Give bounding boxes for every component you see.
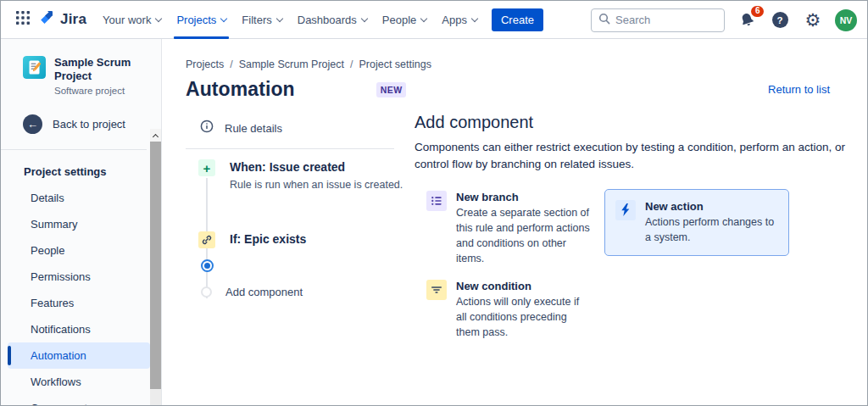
nav-your-work[interactable]: Your work bbox=[95, 1, 169, 39]
project-settings-menu: Project settings Details Summary People … bbox=[1, 150, 161, 406]
sidebar-item-notifications[interactable]: Notifications bbox=[8, 316, 150, 342]
notification-count-badge: 6 bbox=[751, 6, 764, 17]
rule-timeline: + When: Issue created Rule is run when a… bbox=[186, 159, 415, 298]
option-description: Actions perform changes to a system. bbox=[645, 214, 778, 245]
project-sidebar: Sample Scrum Project Software project ← … bbox=[1, 39, 162, 405]
add-component-label[interactable]: Add component bbox=[225, 286, 303, 298]
main-content: Projects / Sample Scrum Project / Projec… bbox=[162, 39, 867, 405]
breadcrumb: Projects / Sample Scrum Project / Projec… bbox=[186, 58, 854, 70]
chevron-down-icon bbox=[220, 14, 227, 21]
sidebar-item-permissions[interactable]: Permissions bbox=[8, 264, 150, 290]
topnav-right-cluster: 6 ? ⚙ NV bbox=[591, 1, 857, 39]
title-row: Automation NEW Return to list bbox=[186, 78, 854, 101]
arrow-left-icon: ← bbox=[23, 114, 42, 134]
jira-logo[interactable]: Jira bbox=[38, 9, 86, 30]
project-header-text: Sample Scrum Project Software project bbox=[54, 56, 153, 96]
info-icon bbox=[200, 120, 214, 136]
add-component-step[interactable]: Add component bbox=[186, 286, 415, 298]
breadcrumb-separator: / bbox=[350, 58, 353, 70]
trigger-step[interactable]: + When: Issue created Rule is run when a… bbox=[186, 159, 415, 192]
breadcrumb-projects[interactable]: Projects bbox=[186, 58, 224, 70]
option-title[interactable]: New action bbox=[645, 200, 778, 213]
back-to-project-button[interactable]: ← Back to project bbox=[1, 114, 161, 134]
chevron-down-icon bbox=[155, 14, 162, 21]
return-to-list-link[interactable]: Return to list bbox=[768, 83, 830, 96]
sidebar-item-summary[interactable]: Summary bbox=[8, 211, 150, 237]
global-search[interactable] bbox=[591, 8, 725, 32]
sidebar-item-details[interactable]: Details bbox=[8, 185, 150, 211]
project-header: Sample Scrum Project Software project bbox=[1, 39, 161, 96]
help-icon: ? bbox=[772, 12, 788, 28]
rule-details-button[interactable]: Rule details bbox=[186, 111, 415, 136]
filter-icon bbox=[426, 280, 447, 300]
option-new-action[interactable]: New action Actions perform changes to a … bbox=[604, 189, 789, 256]
nav-filters[interactable]: Filters bbox=[234, 1, 289, 39]
sidebar-item-automation[interactable]: Automation bbox=[8, 342, 150, 369]
nav-dashboards[interactable]: Dashboards bbox=[290, 1, 375, 39]
create-button[interactable]: Create bbox=[492, 8, 543, 31]
option-description: Create a separate section of this rule a… bbox=[456, 205, 593, 267]
jira-window: Jira Your work Projects Filters Dashboar… bbox=[0, 0, 868, 406]
insert-position-radio[interactable] bbox=[201, 259, 415, 272]
sidebar-item-workflows[interactable]: Workflows bbox=[8, 369, 150, 395]
trigger-title[interactable]: When: Issue created bbox=[230, 159, 403, 176]
help-button[interactable]: ? bbox=[769, 9, 791, 31]
caret-up-icon bbox=[153, 133, 159, 139]
radio-selected-icon[interactable] bbox=[201, 259, 214, 272]
nav-apps[interactable]: Apps bbox=[434, 1, 485, 39]
jira-logo-icon bbox=[38, 9, 55, 30]
project-type: Software project bbox=[54, 86, 153, 96]
component-options: New branch Create a separate section of … bbox=[425, 189, 854, 342]
branch-list-icon bbox=[426, 191, 447, 211]
rule-panel-divider bbox=[186, 148, 394, 149]
sidebar-item-components[interactable]: Components bbox=[8, 395, 150, 406]
chevron-down-icon bbox=[420, 14, 427, 21]
option-new-branch[interactable]: New branch Create a separate section of … bbox=[425, 189, 594, 269]
chevron-down-icon bbox=[361, 14, 368, 21]
sidebar-section-title: Project settings bbox=[1, 160, 161, 185]
condition-title[interactable]: If: Epic exists bbox=[230, 231, 306, 248]
chevron-down-icon bbox=[276, 14, 283, 21]
breadcrumb-project-name[interactable]: Sample Scrum Project bbox=[239, 58, 344, 70]
sidebar-scrollbar[interactable] bbox=[150, 129, 161, 405]
top-navigation: Jira Your work Projects Filters Dashboar… bbox=[1, 1, 867, 39]
search-input[interactable] bbox=[615, 14, 717, 26]
add-component-panel: Add component Components can either rest… bbox=[415, 111, 854, 342]
new-badge: NEW bbox=[376, 82, 407, 97]
sidebar-item-people[interactable]: People bbox=[8, 237, 150, 264]
grid-icon bbox=[16, 11, 30, 28]
gear-icon: ⚙ bbox=[805, 11, 821, 29]
page-title: Automation bbox=[186, 78, 295, 101]
condition-step[interactable]: If: Epic exists bbox=[186, 231, 415, 248]
option-description: Actions will only execute if all conditi… bbox=[456, 294, 593, 340]
nav-people[interactable]: People bbox=[375, 1, 434, 39]
breadcrumb-project-settings[interactable]: Project settings bbox=[359, 58, 431, 70]
trigger-description: Rule is run when an issue is created. bbox=[230, 178, 403, 192]
option-new-condition[interactable]: New condition Actions will only execute … bbox=[425, 278, 594, 342]
nav-projects[interactable]: Projects bbox=[169, 1, 234, 39]
radio-empty-icon[interactable] bbox=[201, 286, 212, 298]
option-title[interactable]: New branch bbox=[456, 191, 593, 203]
chevron-down-icon bbox=[471, 14, 478, 21]
app-switcher-button[interactable] bbox=[9, 6, 36, 33]
plus-icon: + bbox=[198, 159, 215, 176]
avatar[interactable]: NV bbox=[835, 9, 857, 31]
lightning-icon bbox=[615, 200, 636, 220]
rule-builder-panel: Rule details + When: Issue created Rule … bbox=[186, 111, 415, 342]
add-component-description: Components can either restrict execution… bbox=[415, 139, 854, 174]
breadcrumb-separator: / bbox=[230, 58, 232, 70]
link-icon bbox=[198, 231, 215, 248]
project-name: Sample Scrum Project bbox=[54, 56, 153, 84]
settings-button[interactable]: ⚙ bbox=[802, 9, 824, 31]
add-component-title: Add component bbox=[415, 113, 854, 132]
notifications-button[interactable]: 6 bbox=[736, 9, 758, 31]
project-avatar-icon bbox=[23, 56, 46, 79]
search-icon bbox=[598, 13, 610, 28]
option-title[interactable]: New condition bbox=[456, 280, 593, 292]
sidebar-item-features[interactable]: Features bbox=[8, 290, 150, 316]
jira-logo-text: Jira bbox=[60, 11, 86, 28]
scrollbar-thumb[interactable] bbox=[150, 142, 161, 389]
scrollbar-up-button[interactable] bbox=[150, 129, 161, 142]
